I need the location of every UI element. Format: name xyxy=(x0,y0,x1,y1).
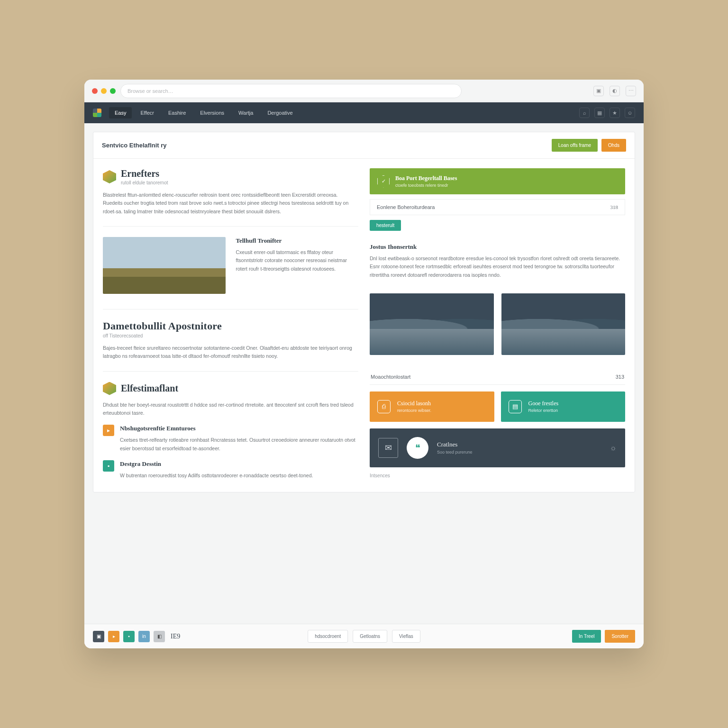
stat1-label: Eonlene Boheroiturdeara xyxy=(377,204,435,210)
sub1-title: Tellhufl Tronifter xyxy=(236,237,359,245)
section2-body: Bajes-treceet fteice srureltareo necoser… xyxy=(103,344,358,361)
feature2-body: W butrentan roerouredtist tosy Adilfs os… xyxy=(120,472,358,480)
section3-body: Dhdust bte her boeyt-reusrat roustotrttt… xyxy=(103,401,358,418)
app-window: Browse or search… ▣ ◐ ⋯ Easy Effecr Eash… xyxy=(84,80,644,648)
section1-body: Blastrelest fttun-anlomtted elenc-rouscu… xyxy=(103,191,358,216)
feature1-title: Nbshugotsrenftie Emnturoes xyxy=(120,425,358,432)
primary-nav: Easy Effecr Eashire Elversions Wartja De… xyxy=(84,102,644,123)
footer-tag-5[interactable]: ◧ xyxy=(154,631,165,642)
footer-tag-2[interactable]: ▸ xyxy=(108,631,119,642)
feature2-title: Destgra Desstin xyxy=(120,460,358,468)
secondary-action-button[interactable]: Ohds xyxy=(601,139,626,152)
footer-cta-green[interactable]: In Treel xyxy=(572,630,601,643)
menu-icon[interactable]: ⋯ xyxy=(626,86,636,96)
grid-icon[interactable]: ▦ xyxy=(594,108,605,118)
sub2-body: Dnl lost ewtibeask-o sorseonot reardboto… xyxy=(370,255,625,279)
feature1-badge-icon: ▸ xyxy=(103,425,114,436)
speech-icon: ❝ xyxy=(407,437,428,459)
tile1-sub: rerontoore wibser. xyxy=(397,408,431,413)
section2-title: Damettobullit Apostnitore xyxy=(103,320,358,332)
extension-icon[interactable]: ▣ xyxy=(593,86,604,96)
primary-action-button[interactable]: Loan offs frame xyxy=(552,139,598,152)
section2-sub: off Tisteorecsoated xyxy=(103,333,358,338)
brand-logo-icon[interactable] xyxy=(93,109,101,117)
sub2-title: Jostus Ihonsertnk xyxy=(370,243,625,251)
page-footer: ▣ ▸ ▪ in ◧ IE9 hdsocdroent Getloatns Vie… xyxy=(84,624,644,648)
footer-count: IE9 xyxy=(171,633,180,640)
nav-item-3[interactable]: Elversions xyxy=(194,107,230,118)
section1-title: Ernefters xyxy=(121,168,168,179)
sun-icon: ☼ xyxy=(610,444,617,452)
sub1-body: Cxeusit enrer-oull tatormasic es flfatoy… xyxy=(236,248,359,273)
tile2-sub: Reletor erertton xyxy=(528,408,559,413)
traffic-lights xyxy=(92,88,116,94)
nav-item-5[interactable]: Dergoative xyxy=(262,107,298,118)
user-icon[interactable]: ☺ xyxy=(625,108,635,118)
footer-tag-1[interactable]: ▣ xyxy=(93,631,104,642)
footer-center-3[interactable]: Vieflas xyxy=(392,630,420,643)
tile-teal[interactable]: ▤ Gooe frestles Reletor erertton xyxy=(501,391,626,422)
footer-tag-3[interactable]: ▪ xyxy=(123,631,135,642)
content-area: Sentvico Ethelaflnit ry Loan offs frame … xyxy=(84,123,644,624)
lake-thumbnail-1[interactable] xyxy=(370,293,494,355)
nav-item-0[interactable]: Easy xyxy=(109,107,132,118)
hexagon-icon: ✓ xyxy=(377,175,390,188)
feature2-badge-icon: ▪ xyxy=(103,460,114,472)
wide-tile[interactable]: ✉ ❝ Cratlnes Soo teed purerune ☼ xyxy=(370,428,625,467)
address-bar[interactable]: Browse or search… xyxy=(120,84,462,98)
cube-icon-2 xyxy=(103,382,116,395)
tile1-title: Csiocid lasonh xyxy=(397,400,431,407)
stat2-label: Moaochtonlostart xyxy=(371,374,410,380)
wide-sub: Soo teed purerune xyxy=(437,450,473,455)
tile2-title: Gooe frestles xyxy=(528,400,559,407)
footer-center-2[interactable]: Getloatns xyxy=(353,630,387,643)
address-placeholder: Browse or search… xyxy=(127,88,173,94)
page-titlebar: Sentvico Ethelaflnit ry Loan offs frame … xyxy=(93,132,635,159)
stat1-value: 318 xyxy=(610,204,619,210)
page-title: Sentvico Ethelaflnit ry xyxy=(102,142,167,149)
footer-cta-orange[interactable]: Sorotter xyxy=(605,630,635,643)
promo-banner[interactable]: ✓ Boa Port Begerltall Bases ctoefe toeob… xyxy=(370,168,625,194)
feature1-body: Cxetses ttret-relfearty rotleabre ronhba… xyxy=(120,436,358,453)
maximize-window-icon[interactable] xyxy=(110,88,116,94)
section3-title: Elfestimaflant xyxy=(121,383,178,394)
stat2-value: 313 xyxy=(616,374,624,380)
document-icon: ⎙ xyxy=(377,400,391,413)
lake-thumbnail-2[interactable] xyxy=(501,293,626,355)
footer-center-1[interactable]: hdsocdroent xyxy=(308,630,348,643)
wide-title: Cratlnes xyxy=(437,441,473,448)
tile-orange[interactable]: ⎙ Csiocid lasonh rerontoore wibser. xyxy=(370,391,494,422)
right-footer-label: Intsences xyxy=(370,473,625,478)
browser-chrome: Browse or search… ▣ ◐ ⋯ xyxy=(84,80,644,102)
section1-sub: rutoll eldule tanorernot xyxy=(121,180,168,185)
stat1-row: Eonlene Boheroiturdeara 318 xyxy=(370,199,625,215)
banner-sub: ctoefe toeobsts relere tinedr xyxy=(395,183,457,188)
close-window-icon[interactable] xyxy=(92,88,98,94)
nav-item-2[interactable]: Eashire xyxy=(163,107,191,118)
chat-icon[interactable]: ◐ xyxy=(610,86,620,96)
bookmark-icon[interactable]: ★ xyxy=(610,108,620,118)
file-icon: ▤ xyxy=(509,400,522,413)
tag-pill[interactable]: hesterult xyxy=(370,220,401,231)
nav-item-4[interactable]: Wartja xyxy=(233,107,259,118)
mail-icon: ✉ xyxy=(378,438,398,458)
stat2-row: Moaochtonlostart 313 xyxy=(370,371,625,385)
landscape-thumbnail[interactable] xyxy=(103,237,226,294)
banner-title: Boa Port Begerltall Bases xyxy=(395,175,457,182)
footer-tag-4[interactable]: in xyxy=(138,631,150,642)
search-icon[interactable]: ⌕ xyxy=(579,108,590,118)
nav-item-1[interactable]: Effecr xyxy=(135,107,160,118)
cube-icon xyxy=(103,170,116,183)
minimize-window-icon[interactable] xyxy=(101,88,107,94)
